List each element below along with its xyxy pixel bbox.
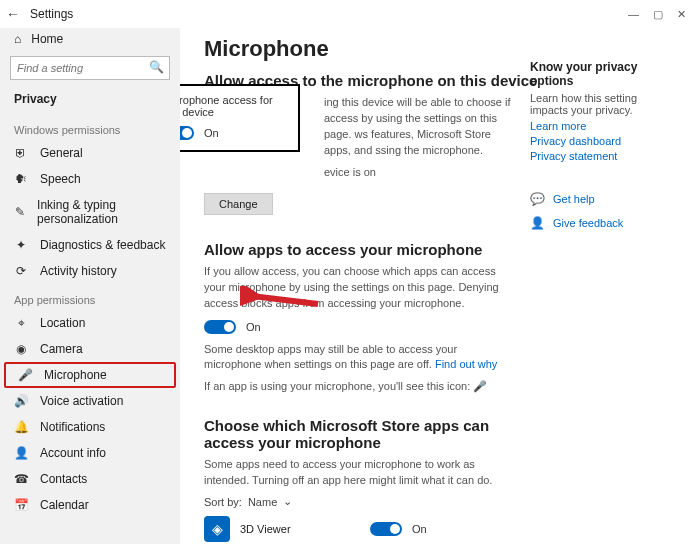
titlebar: ← Settings — ▢ ✕	[0, 0, 700, 28]
home-label: Home	[31, 32, 63, 46]
microphone-icon: 🎤	[18, 368, 32, 382]
sidebar-item-label: Camera	[40, 342, 83, 356]
section2-title: Allow apps to access your microphone	[204, 241, 676, 258]
sidebar-item-contacts[interactable]: ☎Contacts	[0, 466, 180, 492]
sidebar-item-account-info[interactable]: 👤Account info	[0, 440, 180, 466]
sidebar-item-diagnostics[interactable]: ✦Diagnostics & feedback	[0, 232, 180, 258]
section-app-permissions: App permissions	[0, 284, 180, 310]
sort-row[interactable]: Sort by: Name ⌄	[204, 495, 676, 508]
home-icon: ⌂	[14, 32, 21, 46]
activity-icon: ⟳	[14, 264, 28, 278]
find-out-why-link[interactable]: Find out why	[435, 358, 497, 370]
page-title: Microphone	[204, 36, 676, 62]
voice-icon: 🔊	[14, 394, 28, 408]
sidebar-item-label: Activity history	[40, 264, 117, 278]
apps-access-toggle[interactable]	[204, 320, 236, 334]
desktop-note: Some desktop apps may still be able to a…	[204, 342, 514, 374]
close-button[interactable]: ✕	[677, 8, 686, 21]
sidebar-item-location[interactable]: ⌖Location	[0, 310, 180, 336]
app-icon-3d-viewer: ◈	[204, 516, 230, 542]
device-access-state: On	[204, 127, 219, 139]
back-icon[interactable]: ←	[6, 6, 20, 22]
sidebar-item-label: Diagnostics & feedback	[40, 238, 165, 252]
window-title: Settings	[30, 7, 73, 21]
sidebar-item-voice-activation[interactable]: 🔊Voice activation	[0, 388, 180, 414]
chevron-down-icon: ⌄	[283, 495, 292, 508]
privacy-options-sub: Learn how this setting impacts your priv…	[530, 92, 670, 116]
camera-icon: ◉	[14, 342, 28, 356]
search-input[interactable]	[10, 56, 170, 80]
search-icon[interactable]: 🔍	[149, 60, 164, 74]
right-column: Know your privacy options Learn how this…	[530, 60, 670, 230]
sidebar-item-label: Calendar	[40, 498, 89, 512]
sidebar-item-activity[interactable]: ⟳Activity history	[0, 258, 180, 284]
feedback-icon: 👤	[530, 216, 545, 230]
inking-icon: ✎	[14, 205, 25, 219]
mic-indicator-icon: 🎤	[473, 380, 487, 392]
app-name-label: 3D Viewer	[240, 523, 360, 535]
speech-icon: 🗣	[14, 172, 28, 186]
get-help-link[interactable]: Get help	[553, 193, 595, 205]
device-access-toggle[interactable]	[180, 126, 194, 140]
app-toggle-3d-viewer[interactable]	[370, 522, 402, 536]
change-button[interactable]: Change	[204, 193, 273, 215]
category-label: Privacy	[0, 88, 180, 114]
sidebar-item-label: General	[40, 146, 83, 160]
sidebar-item-inking[interactable]: ✎Inking & typing personalization	[0, 192, 180, 232]
popup-title: Microphone access for this device	[180, 94, 288, 118]
section3-title: Choose which Microsoft Store apps can ac…	[204, 417, 524, 451]
sidebar-item-label: Notifications	[40, 420, 105, 434]
apps-access-state: On	[246, 321, 261, 333]
learn-more-link[interactable]: Learn more	[530, 120, 670, 132]
calendar-icon: 📅	[14, 498, 28, 512]
sidebar-item-general[interactable]: ⛨General	[0, 140, 180, 166]
privacy-options-title: Know your privacy options	[530, 60, 670, 88]
sidebar-item-camera[interactable]: ◉Camera	[0, 336, 180, 362]
sidebar-item-label: Voice activation	[40, 394, 123, 408]
sidebar-item-label: Microphone	[44, 368, 107, 382]
section-windows-permissions: Windows permissions	[0, 114, 180, 140]
sidebar: ⌂ Home 🔍 Privacy Windows permissions ⛨Ge…	[0, 28, 180, 544]
section1-status: evice is on	[204, 165, 514, 181]
using-mic-line: If an app is using your microphone, you'…	[204, 379, 514, 395]
sidebar-item-label: Contacts	[40, 472, 87, 486]
sidebar-item-label: Location	[40, 316, 85, 330]
window-controls: — ▢ ✕	[628, 8, 694, 21]
general-icon: ⛨	[14, 146, 28, 160]
sidebar-item-home[interactable]: ⌂ Home	[0, 28, 180, 54]
app-toggle-state: On	[412, 523, 427, 535]
sort-label: Sort by:	[204, 496, 242, 508]
help-icon: 💬	[530, 192, 545, 206]
contacts-icon: ☎	[14, 472, 28, 486]
section2-body: If you allow access, you can choose whic…	[204, 264, 514, 312]
notifications-icon: 🔔	[14, 420, 28, 434]
account-icon: 👤	[14, 446, 28, 460]
maximize-button[interactable]: ▢	[653, 8, 663, 21]
sort-value: Name	[248, 496, 277, 508]
sidebar-item-microphone[interactable]: 🎤Microphone	[4, 362, 176, 388]
sidebar-item-label: Account info	[40, 446, 106, 460]
give-feedback-link[interactable]: Give feedback	[553, 217, 623, 229]
sidebar-item-notifications[interactable]: 🔔Notifications	[0, 414, 180, 440]
sidebar-item-speech[interactable]: 🗣Speech	[0, 166, 180, 192]
mic-access-popup: Microphone access for this device On	[180, 84, 300, 152]
sidebar-item-label: Inking & typing personalization	[37, 198, 166, 226]
privacy-statement-link[interactable]: Privacy statement	[530, 150, 670, 162]
diagnostics-icon: ✦	[14, 238, 28, 252]
section3-body: Some apps need to access your microphone…	[204, 457, 514, 489]
app-row-3d-viewer: ◈ 3D Viewer On	[204, 516, 676, 542]
location-icon: ⌖	[14, 316, 28, 330]
sidebar-item-label: Speech	[40, 172, 81, 186]
privacy-dashboard-link[interactable]: Privacy dashboard	[530, 135, 670, 147]
sidebar-item-calendar[interactable]: 📅Calendar	[0, 492, 180, 518]
minimize-button[interactable]: —	[628, 8, 639, 21]
